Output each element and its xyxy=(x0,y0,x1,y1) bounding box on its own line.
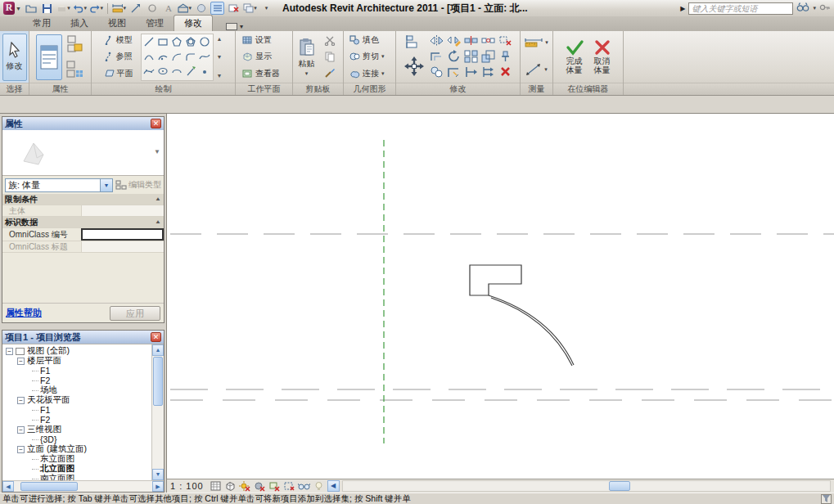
scroll-left-icon[interactable]: ◀ xyxy=(2,481,14,492)
tree-item-3d-views[interactable]: −三维视图 xyxy=(4,425,151,434)
trim-corner-button[interactable] xyxy=(447,65,461,80)
scrollbar-thumb[interactable] xyxy=(20,482,78,491)
cut-button[interactable] xyxy=(319,33,340,47)
tree-item-site[interactable]: 场地 xyxy=(4,385,151,395)
open-button[interactable] xyxy=(24,2,38,15)
canvas-scroll-left-icon[interactable]: ◀ xyxy=(327,480,340,492)
paste-button[interactable]: 粘贴 ▾ xyxy=(296,36,318,79)
properties-help-link[interactable]: 属性帮助 xyxy=(6,307,42,319)
center-ends-arc-tool[interactable] xyxy=(157,51,169,64)
scrollbar-thumb[interactable] xyxy=(153,357,163,406)
browser-horizontal-scrollbar[interactable]: ◀ ▶ xyxy=(2,480,164,492)
reference-line-button[interactable]: 参照 xyxy=(103,50,139,63)
rectangle-tool[interactable] xyxy=(157,36,169,49)
split-element-button[interactable] xyxy=(464,34,478,48)
tree-item-east-elevation[interactable]: 东立面图 xyxy=(4,454,151,464)
modify-select-button[interactable]: 修改 xyxy=(2,34,27,81)
fillet-arc-tool[interactable] xyxy=(185,51,196,64)
measure-button[interactable]: ▾ xyxy=(523,37,550,48)
tab-manage[interactable]: 管理 xyxy=(136,16,174,31)
edit-type-button[interactable]: 编辑类型 xyxy=(115,179,161,191)
viewer-button[interactable]: 查看器 xyxy=(241,67,291,80)
set-workplane-button[interactable]: 设置 xyxy=(241,34,291,47)
temporary-hide-isolate-icon[interactable] xyxy=(298,480,310,492)
close-hidden-windows-button[interactable] xyxy=(227,2,241,15)
view-scale-button[interactable]: 1 : 100 xyxy=(170,481,204,491)
infocenter-collapse-icon[interactable]: ▶ xyxy=(680,5,685,12)
tab-modify[interactable]: 修改 xyxy=(174,15,213,31)
tree-item-ceiling-f1[interactable]: F1 xyxy=(4,405,151,415)
trim-multiple-button[interactable] xyxy=(481,65,495,80)
point-tool[interactable] xyxy=(199,65,210,79)
type-preview[interactable]: ▼ xyxy=(2,130,164,176)
print-button[interactable]: ▾ xyxy=(56,2,70,15)
plane-button[interactable]: 平面 xyxy=(103,67,139,80)
text-button[interactable]: A xyxy=(161,2,175,15)
panel-label-measure[interactable]: 测量 xyxy=(521,83,552,95)
line-tool[interactable] xyxy=(143,36,155,49)
panel-label-geometry[interactable]: 几何图形 xyxy=(344,83,395,95)
type-selector-combobox[interactable]: 族: 体量 ▼ xyxy=(5,178,113,192)
tree-item-ceiling-plans[interactable]: −天花板平面 xyxy=(4,395,151,405)
undo-button[interactable]: ▾ xyxy=(73,2,87,15)
tree-item-ceiling-f2[interactable]: F2 xyxy=(4,415,151,425)
render-button[interactable] xyxy=(194,2,208,15)
scale-button[interactable] xyxy=(481,50,495,65)
scroll-right-icon[interactable]: ▶ xyxy=(152,481,164,492)
combobox-caret-icon[interactable]: ▼ xyxy=(100,179,112,191)
properties-palette-toggle[interactable] xyxy=(36,34,62,80)
tree-item-floor-plans[interactable]: −楼层平面 xyxy=(4,356,151,366)
redo-button[interactable]: ▾ xyxy=(89,2,103,15)
shadows-icon[interactable] xyxy=(254,480,266,492)
cancel-mass-button[interactable]: 取消体量 xyxy=(589,38,615,76)
tree-item-north-elevation[interactable]: 北立面图 xyxy=(4,464,151,474)
infocenter-search-input[interactable] xyxy=(688,2,793,15)
visual-style-icon[interactable] xyxy=(224,480,237,492)
selection-filter-icon[interactable] xyxy=(821,494,832,504)
save-button[interactable] xyxy=(40,2,54,15)
detach-button[interactable] xyxy=(145,2,159,15)
paint-button[interactable]: 填色 xyxy=(348,34,394,47)
collapse-icon[interactable]: ▲ xyxy=(155,196,161,202)
switch-windows-button[interactable]: ▾ xyxy=(243,2,257,15)
panel-label-select[interactable]: 选择 xyxy=(0,83,29,95)
search-options-caret[interactable]: ▾ xyxy=(813,5,816,11)
gallery-expand-icon[interactable]: ▼ xyxy=(217,73,223,79)
match-type-button[interactable] xyxy=(319,66,340,81)
tab-view[interactable]: 视图 xyxy=(98,16,136,31)
dimension-button[interactable]: ▾ xyxy=(524,62,549,77)
join-geometry-button[interactable]: 连接 ▾ xyxy=(348,67,394,80)
spline-tool[interactable] xyxy=(199,51,210,64)
panel-label-clipboard[interactable]: 剪贴板 xyxy=(293,83,343,95)
customize-qat-button[interactable]: ▾ xyxy=(259,2,273,15)
crop-region-icon[interactable] xyxy=(283,480,295,492)
rotate-button[interactable] xyxy=(447,50,461,65)
move-button[interactable] xyxy=(403,56,425,79)
aligned-dimension-button[interactable]: ▾ xyxy=(112,2,126,15)
modify-arrow-button[interactable] xyxy=(128,2,142,15)
copy-button[interactable] xyxy=(319,49,340,64)
reveal-hidden-elements-icon[interactable] xyxy=(313,480,325,492)
partial-ellipse-tool[interactable] xyxy=(171,65,183,79)
spline-through-points-tool[interactable] xyxy=(143,65,155,79)
collapse-icon[interactable]: ▲ xyxy=(155,219,161,225)
properties-palette-titlebar[interactable]: 属性 ✕ xyxy=(2,117,164,130)
mirror-pick-axis-button[interactable] xyxy=(430,34,444,48)
panel-label-properties[interactable]: 属性 xyxy=(29,83,91,95)
panel-label-draw[interactable]: 绘制 xyxy=(92,83,235,95)
align-button[interactable] xyxy=(406,35,422,50)
mirror-draw-axis-button[interactable] xyxy=(447,34,461,48)
pick-lines-tool[interactable] xyxy=(185,65,196,79)
tree-item-f1[interactable]: F1 xyxy=(4,366,151,376)
scroll-up-icon[interactable]: ▲ xyxy=(217,36,223,42)
scroll-down-icon[interactable]: ▼ xyxy=(152,469,164,480)
tree-item-views[interactable]: −视图 (全部) xyxy=(4,346,151,356)
canvas-horizontal-scrollbar[interactable] xyxy=(342,480,831,492)
unjoin-button[interactable] xyxy=(498,34,512,48)
family-category-button[interactable] xyxy=(64,34,85,55)
search-binoculars-icon[interactable] xyxy=(796,2,809,14)
close-icon[interactable]: ✕ xyxy=(151,119,161,128)
ribbon-state-toggle[interactable]: ▾ xyxy=(221,22,248,31)
sun-path-icon[interactable] xyxy=(239,480,251,492)
scroll-up-icon[interactable]: ▲ xyxy=(152,344,164,356)
